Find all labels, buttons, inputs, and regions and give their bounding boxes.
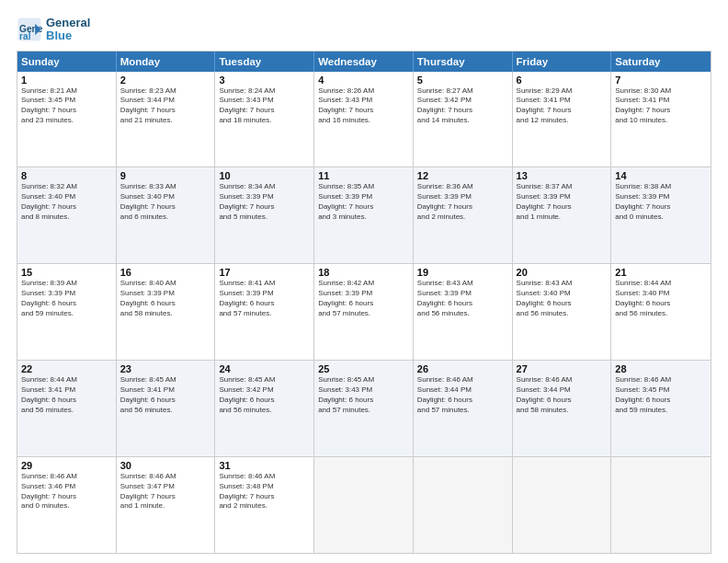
calendar-cell: 2Sunrise: 8:23 AM Sunset: 3:44 PM Daylig… bbox=[117, 72, 216, 167]
calendar-cell: 7Sunrise: 8:30 AM Sunset: 3:41 PM Daylig… bbox=[611, 72, 711, 167]
calendar-cell: 6Sunrise: 8:29 AM Sunset: 3:41 PM Daylig… bbox=[513, 72, 612, 167]
cell-info: Sunrise: 8:45 AM Sunset: 3:41 PM Dayligh… bbox=[120, 375, 211, 415]
calendar-cell: 31Sunrise: 8:46 AM Sunset: 3:48 PM Dayli… bbox=[215, 457, 314, 553]
calendar-cell: 10Sunrise: 8:34 AM Sunset: 3:39 PM Dayli… bbox=[215, 167, 314, 263]
calendar-cell: 29Sunrise: 8:46 AM Sunset: 3:46 PM Dayli… bbox=[17, 457, 117, 553]
calendar-cell: 11Sunrise: 8:35 AM Sunset: 3:39 PM Dayli… bbox=[314, 167, 414, 263]
day-number: 1 bbox=[21, 75, 112, 86]
svg-text:ral: ral bbox=[19, 31, 31, 41]
calendar: SundayMondayTuesdayWednesdayThursdayFrid… bbox=[17, 51, 711, 554]
logo-text: General Blue bbox=[46, 17, 90, 43]
day-number: 19 bbox=[417, 267, 508, 278]
weekday-header-wednesday: Wednesday bbox=[314, 52, 414, 72]
day-number: 28 bbox=[615, 363, 707, 374]
cell-info: Sunrise: 8:40 AM Sunset: 3:39 PM Dayligh… bbox=[120, 279, 211, 318]
calendar-row-4: 22Sunrise: 8:44 AM Sunset: 3:41 PM Dayli… bbox=[17, 360, 711, 456]
calendar-cell: 23Sunrise: 8:45 AM Sunset: 3:41 PM Dayli… bbox=[117, 361, 216, 456]
calendar-cell: 25Sunrise: 8:45 AM Sunset: 3:43 PM Dayli… bbox=[314, 361, 414, 456]
day-number: 16 bbox=[120, 267, 211, 278]
cell-info: Sunrise: 8:38 AM Sunset: 3:39 PM Dayligh… bbox=[615, 182, 707, 222]
weekday-header-thursday: Thursday bbox=[414, 52, 513, 72]
cell-info: Sunrise: 8:46 AM Sunset: 3:44 PM Dayligh… bbox=[517, 375, 608, 415]
day-number: 26 bbox=[417, 363, 508, 374]
calendar-cell bbox=[513, 457, 612, 553]
day-number: 11 bbox=[318, 170, 409, 181]
day-number: 13 bbox=[517, 170, 608, 181]
cell-info: Sunrise: 8:27 AM Sunset: 3:42 PM Dayligh… bbox=[417, 86, 508, 126]
day-number: 24 bbox=[219, 363, 310, 374]
day-number: 9 bbox=[120, 170, 211, 181]
day-number: 5 bbox=[417, 75, 508, 86]
weekday-header-friday: Friday bbox=[513, 52, 612, 72]
calendar-cell: 9Sunrise: 8:33 AM Sunset: 3:40 PM Daylig… bbox=[117, 167, 216, 263]
calendar-cell: 15Sunrise: 8:39 AM Sunset: 3:39 PM Dayli… bbox=[17, 264, 117, 360]
calendar-row-5: 29Sunrise: 8:46 AM Sunset: 3:46 PM Dayli… bbox=[17, 456, 711, 553]
calendar-cell: 20Sunrise: 8:43 AM Sunset: 3:40 PM Dayli… bbox=[513, 264, 612, 360]
calendar-cell: 4Sunrise: 8:26 AM Sunset: 3:43 PM Daylig… bbox=[314, 72, 414, 167]
calendar-cell: 8Sunrise: 8:32 AM Sunset: 3:40 PM Daylig… bbox=[17, 167, 117, 263]
calendar-cell: 13Sunrise: 8:37 AM Sunset: 3:39 PM Dayli… bbox=[513, 167, 612, 263]
cell-info: Sunrise: 8:39 AM Sunset: 3:39 PM Dayligh… bbox=[21, 279, 112, 318]
calendar-cell: 17Sunrise: 8:41 AM Sunset: 3:39 PM Dayli… bbox=[215, 264, 314, 360]
calendar-header: SundayMondayTuesdayWednesdayThursdayFrid… bbox=[17, 52, 711, 72]
day-number: 25 bbox=[318, 363, 409, 374]
day-number: 21 bbox=[615, 267, 707, 278]
cell-info: Sunrise: 8:41 AM Sunset: 3:39 PM Dayligh… bbox=[219, 279, 310, 318]
calendar-cell: 18Sunrise: 8:42 AM Sunset: 3:39 PM Dayli… bbox=[314, 264, 414, 360]
calendar-cell: 26Sunrise: 8:46 AM Sunset: 3:44 PM Dayli… bbox=[414, 361, 513, 456]
day-number: 15 bbox=[21, 267, 112, 278]
day-number: 8 bbox=[21, 170, 112, 181]
weekday-header-tuesday: Tuesday bbox=[215, 52, 314, 72]
day-number: 4 bbox=[318, 75, 409, 86]
day-number: 3 bbox=[219, 75, 310, 86]
day-number: 31 bbox=[219, 460, 310, 471]
cell-info: Sunrise: 8:24 AM Sunset: 3:43 PM Dayligh… bbox=[219, 86, 310, 126]
day-number: 2 bbox=[120, 75, 211, 86]
page: Gene ral General Blue SundayMondayTuesda… bbox=[0, 0, 728, 563]
cell-info: Sunrise: 8:30 AM Sunset: 3:41 PM Dayligh… bbox=[615, 86, 707, 126]
calendar-cell: 14Sunrise: 8:38 AM Sunset: 3:39 PM Dayli… bbox=[611, 167, 711, 263]
cell-info: Sunrise: 8:32 AM Sunset: 3:40 PM Dayligh… bbox=[21, 182, 112, 222]
calendar-cell bbox=[314, 457, 414, 553]
day-number: 14 bbox=[615, 170, 707, 181]
calendar-cell: 12Sunrise: 8:36 AM Sunset: 3:39 PM Dayli… bbox=[414, 167, 513, 263]
logo-icon: Gene ral bbox=[17, 17, 42, 42]
calendar-body: 1Sunrise: 8:21 AM Sunset: 3:45 PM Daylig… bbox=[17, 72, 711, 553]
calendar-row-3: 15Sunrise: 8:39 AM Sunset: 3:39 PM Dayli… bbox=[17, 263, 711, 360]
weekday-header-saturday: Saturday bbox=[611, 52, 711, 72]
cell-info: Sunrise: 8:43 AM Sunset: 3:39 PM Dayligh… bbox=[417, 279, 508, 318]
day-number: 20 bbox=[517, 267, 608, 278]
day-number: 23 bbox=[120, 363, 211, 374]
cell-info: Sunrise: 8:45 AM Sunset: 3:42 PM Dayligh… bbox=[219, 375, 310, 415]
weekday-header-monday: Monday bbox=[117, 52, 216, 72]
cell-info: Sunrise: 8:33 AM Sunset: 3:40 PM Dayligh… bbox=[120, 182, 211, 222]
cell-info: Sunrise: 8:26 AM Sunset: 3:43 PM Dayligh… bbox=[318, 86, 409, 126]
calendar-cell: 19Sunrise: 8:43 AM Sunset: 3:39 PM Dayli… bbox=[414, 264, 513, 360]
cell-info: Sunrise: 8:44 AM Sunset: 3:41 PM Dayligh… bbox=[21, 375, 112, 415]
cell-info: Sunrise: 8:45 AM Sunset: 3:43 PM Dayligh… bbox=[318, 375, 409, 415]
calendar-cell: 21Sunrise: 8:44 AM Sunset: 3:40 PM Dayli… bbox=[611, 264, 711, 360]
calendar-cell: 28Sunrise: 8:46 AM Sunset: 3:45 PM Dayli… bbox=[611, 361, 711, 456]
day-number: 6 bbox=[517, 75, 608, 86]
day-number: 7 bbox=[615, 75, 707, 86]
cell-info: Sunrise: 8:44 AM Sunset: 3:40 PM Dayligh… bbox=[615, 279, 707, 318]
header: Gene ral General Blue bbox=[17, 17, 711, 43]
cell-info: Sunrise: 8:46 AM Sunset: 3:48 PM Dayligh… bbox=[219, 472, 310, 511]
cell-info: Sunrise: 8:46 AM Sunset: 3:46 PM Dayligh… bbox=[21, 472, 112, 511]
cell-info: Sunrise: 8:42 AM Sunset: 3:39 PM Dayligh… bbox=[318, 279, 409, 318]
cell-info: Sunrise: 8:46 AM Sunset: 3:45 PM Dayligh… bbox=[615, 375, 707, 415]
cell-info: Sunrise: 8:23 AM Sunset: 3:44 PM Dayligh… bbox=[120, 86, 211, 126]
calendar-cell: 5Sunrise: 8:27 AM Sunset: 3:42 PM Daylig… bbox=[414, 72, 513, 167]
cell-info: Sunrise: 8:46 AM Sunset: 3:47 PM Dayligh… bbox=[120, 472, 211, 511]
cell-info: Sunrise: 8:35 AM Sunset: 3:39 PM Dayligh… bbox=[318, 182, 409, 222]
day-number: 29 bbox=[21, 460, 112, 471]
cell-info: Sunrise: 8:46 AM Sunset: 3:44 PM Dayligh… bbox=[417, 375, 508, 415]
calendar-cell bbox=[611, 457, 711, 553]
cell-info: Sunrise: 8:29 AM Sunset: 3:41 PM Dayligh… bbox=[517, 86, 608, 126]
day-number: 12 bbox=[417, 170, 508, 181]
cell-info: Sunrise: 8:34 AM Sunset: 3:39 PM Dayligh… bbox=[219, 182, 310, 222]
calendar-row-2: 8Sunrise: 8:32 AM Sunset: 3:40 PM Daylig… bbox=[17, 167, 711, 263]
calendar-cell: 3Sunrise: 8:24 AM Sunset: 3:43 PM Daylig… bbox=[215, 72, 314, 167]
cell-info: Sunrise: 8:37 AM Sunset: 3:39 PM Dayligh… bbox=[517, 182, 608, 222]
cell-info: Sunrise: 8:36 AM Sunset: 3:39 PM Dayligh… bbox=[417, 182, 508, 222]
